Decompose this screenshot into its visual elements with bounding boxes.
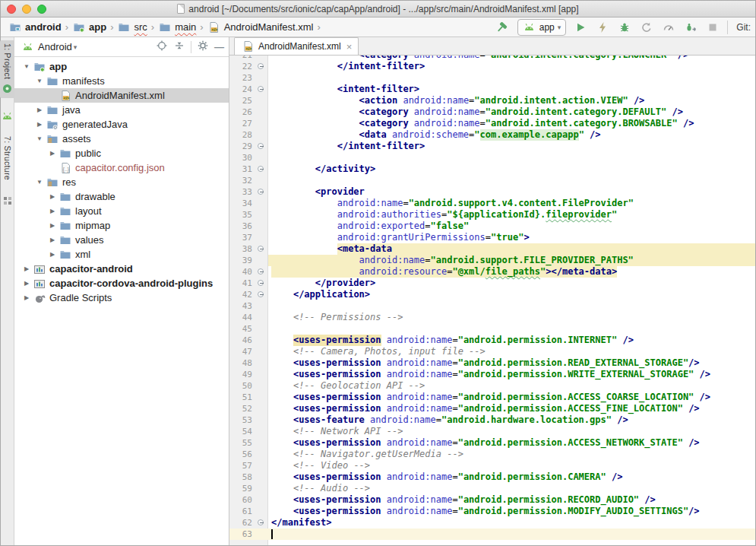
fold-collapse-icon[interactable]	[258, 189, 264, 195]
code-line-22[interactable]: 22 </intent-filter>	[229, 61, 755, 72]
apply-changes-button[interactable]	[595, 20, 610, 35]
code-line-31[interactable]: 31 </activity>	[229, 163, 755, 175]
code-line-52[interactable]: 52 <uses-permission android:name="androi…	[229, 403, 755, 414]
code-line-44[interactable]: 44 <!-- Permissions -->	[229, 312, 755, 323]
close-tab-icon[interactable]: ×	[346, 41, 353, 52]
run-button[interactable]	[573, 20, 588, 35]
fold-collapse-icon[interactable]	[258, 143, 264, 149]
chevron-collapsed-icon[interactable]: ▶	[21, 280, 33, 287]
chevron-expanded-icon[interactable]: ▼	[33, 179, 46, 186]
code-line-48[interactable]: 48 <uses-permission android:name="androi…	[229, 357, 755, 369]
code-line-36[interactable]: 36 android:exported="false"	[229, 221, 755, 232]
code-line-63[interactable]: 63	[229, 529, 755, 540]
tree-item-res[interactable]: ▼res	[14, 175, 229, 189]
tree-item-capacitor-cordova-android-plugins[interactable]: ▶capacitor-cordova-android-plugins	[14, 276, 229, 290]
code-line-50[interactable]: 50 <!-- Geolocation API -->	[229, 380, 755, 392]
code-line-42[interactable]: 42 </application>	[229, 289, 755, 300]
code-line-46[interactable]: 46 <uses-permission android:name="androi…	[229, 335, 755, 346]
code-line-29[interactable]: 29 </intent-filter>	[229, 141, 755, 152]
tree-item-manifests[interactable]: ▼manifests	[14, 74, 229, 88]
code-line-53[interactable]: 53 <uses-feature android:name="android.h…	[229, 414, 755, 426]
code-line-23[interactable]: 23	[229, 72, 755, 84]
code-line-35[interactable]: 35 android:authorities="${applicationId}…	[229, 209, 755, 221]
code-line-51[interactable]: 51 <uses-permission android:name="androi…	[229, 392, 755, 403]
settings-button[interactable]	[197, 40, 209, 54]
code-line-60[interactable]: 60 <uses-permission android:name="androi…	[229, 494, 755, 506]
tree-item-drawable[interactable]: ▶drawable	[14, 189, 229, 204]
code-line-55[interactable]: 55 <uses-permission android:name="androi…	[229, 437, 755, 449]
code-line-43[interactable]: 43	[229, 300, 755, 312]
code-line-59[interactable]: 59 <!-- Audio -->	[229, 483, 755, 494]
chevron-expanded-icon[interactable]: ▼	[21, 63, 33, 70]
code-line-54[interactable]: 54 <!-- Network API -->	[229, 426, 755, 437]
collapse-all-button[interactable]	[173, 40, 185, 54]
tree-item-layout[interactable]: ▶layout	[14, 204, 229, 218]
tree-item-mipmap[interactable]: ▶mipmap	[14, 218, 229, 233]
breadcrumb-item-src[interactable]: src	[115, 21, 148, 34]
code-line-57[interactable]: 57 <!-- Video -->	[229, 460, 755, 471]
chevron-down-icon[interactable]: ▾	[74, 43, 77, 51]
chevron-collapsed-icon[interactable]: ▶	[46, 222, 59, 229]
fold-collapse-icon[interactable]	[258, 63, 264, 69]
code-line-24[interactable]: 24 <intent-filter>	[229, 84, 755, 95]
code-line-37[interactable]: 37 android:grantUriPermissions="true">	[229, 232, 755, 243]
chevron-expanded-icon[interactable]: ▼	[33, 78, 46, 84]
tool-window-button-build-variants[interactable]	[0, 191, 15, 211]
stop-button[interactable]	[705, 20, 720, 35]
code-line-61[interactable]: 61 <uses-permission android:name="androi…	[229, 506, 755, 517]
attach-debugger-button[interactable]	[683, 20, 698, 35]
code-line-58[interactable]: 58 <uses-permission android:name="androi…	[229, 471, 755, 483]
tree-item-app[interactable]: ▼app	[14, 59, 229, 74]
code-line-47[interactable]: 47 <!-- Camera, Photos, input file -->	[229, 346, 755, 357]
git-branch-label[interactable]: Git:	[735, 22, 751, 33]
code-area[interactable]: 21 <category android:name="android.inten…	[229, 56, 755, 545]
code-line-32[interactable]: 32	[229, 175, 755, 186]
chevron-collapsed-icon[interactable]: ▶	[46, 208, 59, 214]
chevron-collapsed-icon[interactable]: ▶	[21, 265, 33, 272]
code-line-27[interactable]: 27 <category android:name="android.inten…	[229, 118, 755, 129]
code-line-21[interactable]: 21 <category android:name="android.inten…	[229, 56, 755, 61]
fold-collapse-icon[interactable]	[258, 246, 264, 252]
chevron-expanded-icon[interactable]: ▼	[33, 135, 46, 142]
tree-item-java[interactable]: ▶java	[14, 103, 229, 117]
code-line-33[interactable]: 33 <provider	[229, 186, 755, 198]
close-window-button[interactable]	[7, 5, 16, 14]
tool-window-button-android-head[interactable]	[0, 106, 15, 125]
code-line-30[interactable]: 30	[229, 152, 755, 163]
code-line-49[interactable]: 49 <uses-permission android:name="androi…	[229, 369, 755, 380]
breadcrumb-item-main[interactable]: main	[157, 21, 198, 34]
debug-button[interactable]	[617, 20, 632, 35]
fold-collapse-icon[interactable]	[258, 519, 264, 525]
fold-collapse-icon[interactable]	[258, 166, 264, 172]
locate-button[interactable]	[156, 40, 168, 54]
build-hammer-button[interactable]	[495, 20, 511, 35]
chevron-collapsed-icon[interactable]: ▶	[46, 236, 59, 243]
tree-item-assets[interactable]: ▼assets	[14, 132, 229, 146]
tree-item-xml[interactable]: ▶xml	[14, 247, 229, 262]
chevron-collapsed-icon[interactable]: ▶	[46, 193, 59, 200]
hide-button[interactable]: —	[214, 41, 224, 52]
breadcrumb-item-android[interactable]: android	[7, 21, 63, 34]
tool-window-button-structure[interactable]: 7: Structure	[2, 133, 13, 183]
tree-item-capacitor-config-json[interactable]: {..}capacitor.config.json	[14, 160, 229, 175]
tree-item-gradle-scripts[interactable]: ▶Gradle Scripts	[14, 290, 229, 305]
code-line-25[interactable]: 25 <action android:name="android.intent.…	[229, 95, 755, 106]
breadcrumb-item-androidmanifest.xml[interactable]: </>AndroidManifest.xml	[206, 21, 315, 34]
chevron-collapsed-icon[interactable]: ▶	[46, 150, 59, 157]
code-line-56[interactable]: 56 <!-- Navigator.getUserMedia -->	[229, 449, 755, 460]
tree-item-values[interactable]: ▶values	[14, 233, 229, 247]
code-line-38[interactable]: 38 <meta-data	[229, 243, 755, 255]
tool-window-button-project[interactable]: 1: Project	[0, 40, 15, 98]
tree-item-capacitor-android[interactable]: ▶capacitor-android	[14, 262, 229, 276]
code-line-26[interactable]: 26 <category android:name="android.inten…	[229, 106, 755, 118]
tree-item-androidmanifest-xml[interactable]: </>AndroidManifest.xml	[14, 88, 229, 103]
code-line-45[interactable]: 45	[229, 323, 755, 335]
fold-collapse-icon[interactable]	[258, 291, 264, 297]
chevron-collapsed-icon[interactable]: ▶	[33, 121, 46, 128]
profile-button[interactable]	[639, 20, 654, 35]
tree-item-public[interactable]: ▶public	[14, 146, 229, 160]
profiler-button[interactable]	[661, 20, 676, 35]
chevron-collapsed-icon[interactable]: ▶	[46, 251, 59, 258]
run-configuration-selector[interactable]: app▾	[517, 19, 567, 36]
chevron-collapsed-icon[interactable]: ▶	[21, 294, 33, 301]
